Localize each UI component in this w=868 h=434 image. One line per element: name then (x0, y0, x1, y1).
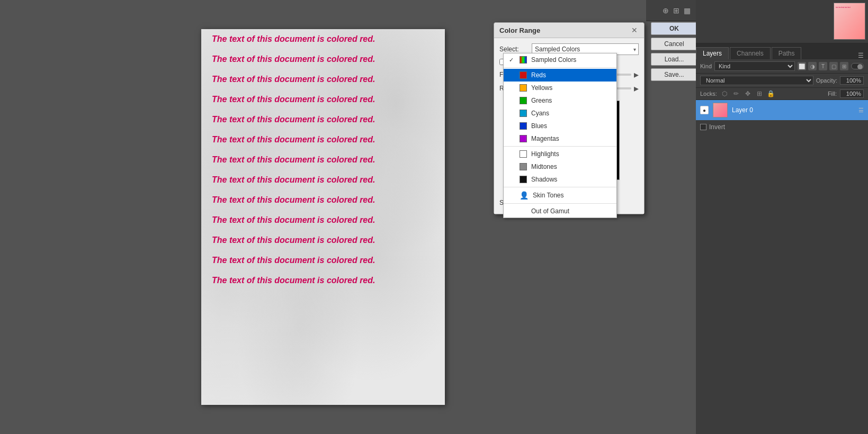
dropdown-item-label-skin-tones: Skin Tones (533, 192, 563, 199)
skin-tones-icon: 👤 (520, 191, 529, 200)
dropdown-item-label-cyans: Cyans (531, 110, 549, 117)
load-button[interactable]: Load... (651, 53, 697, 66)
tab-channels[interactable]: Channels (730, 47, 771, 59)
blend-mode-select[interactable]: Normal (700, 76, 813, 85)
dropdown-item-shadows[interactable]: Shadows (504, 173, 616, 186)
text-line-1: The text of this document is colored red… (201, 29, 445, 49)
text-line-4: The text of this document is colored red… (201, 89, 445, 110)
kind-filter-row: Kind Kind ⬜ ◑ T ▢ ⊞ (696, 59, 868, 74)
dialog-title: Color Range (499, 26, 540, 34)
layer-options-icon[interactable]: ☰ (858, 107, 864, 114)
panel-top-area: text text text text text (696, 0, 868, 43)
panel-options-icon: ☰ (858, 52, 864, 59)
save-button[interactable]: Save... (651, 68, 697, 81)
dropdown-item-yellows[interactable]: Yellows (504, 82, 616, 94)
reds-color-swatch (520, 71, 527, 79)
smart-filter-icon[interactable]: ⊞ (840, 62, 848, 70)
divider-1 (504, 67, 616, 68)
document-page: The text of this document is colored red… (201, 29, 445, 405)
fuzz-slider-right-handle[interactable]: ▸ (634, 69, 639, 80)
range-slider-right-handle[interactable]: ▸ (634, 83, 639, 94)
layers-panel: text text text text text Layers Channels… (696, 0, 868, 434)
shadows-color-swatch (520, 176, 527, 183)
yellows-color-swatch (520, 84, 527, 92)
dropdown-item-reds[interactable]: Reds (504, 69, 616, 82)
invert-label: Invert (709, 123, 725, 131)
text-line-3: The text of this document is colored red… (201, 69, 445, 89)
dropdown-item-sampled-colors[interactable]: ✓ Sampled Colors (504, 53, 616, 66)
highlights-color-swatch (520, 150, 527, 158)
dropdown-item-cyans[interactable]: Cyans (504, 107, 616, 120)
opacity-value[interactable]: 100% (840, 76, 864, 85)
divider-3 (504, 187, 616, 187)
top-icon-2[interactable]: ⊞ (673, 6, 679, 15)
text-line-13: The text of this document is colored red… (201, 270, 445, 291)
filter-toggle (851, 63, 864, 69)
invert-row: Invert (696, 120, 868, 134)
dropdown-item-highlights[interactable]: Highlights (504, 148, 616, 160)
blend-mode-row: Normal Opacity: 100% (696, 74, 868, 88)
magentas-color-swatch (520, 135, 527, 142)
document-thumbnail: text text text text text (834, 3, 865, 40)
text-line-9: The text of this document is colored red… (201, 190, 445, 210)
filter-toggle-switch[interactable] (851, 63, 864, 69)
cancel-button[interactable]: Cancel (651, 38, 697, 50)
dropdown-item-label-blues: Blues (531, 122, 547, 130)
dropdown-item-label-greens: Greens (531, 97, 552, 104)
invert-checkbox[interactable] (700, 124, 706, 130)
text-line-6: The text of this document is colored red… (201, 130, 445, 150)
lock-position-icon[interactable]: ✥ (744, 89, 752, 98)
panel-options-button[interactable]: ☰ (854, 52, 868, 59)
lock-artboard-icon[interactable]: ⊞ (755, 89, 764, 98)
dropdown-item-label-midtones: Midtones (531, 163, 557, 170)
fill-value[interactable]: 100% (840, 89, 864, 98)
locks-row: Locks: ⬡ ✏ ✥ ⊞ 🔒 Fill: 100% (696, 88, 868, 100)
text-line-11: The text of this document is colored red… (201, 230, 445, 250)
dropdown-item-midtones[interactable]: Midtones (504, 160, 616, 173)
pixel-filter-icon[interactable]: ⬜ (798, 62, 806, 70)
text-filter-icon[interactable]: T (819, 62, 827, 70)
dropdown-item-label-magentas: Magentas (531, 135, 559, 142)
eye-icon: ● (703, 107, 706, 113)
dropdown-item-label-shadows: Shadows (531, 176, 557, 183)
greens-color-swatch (520, 97, 527, 104)
text-line-8: The text of this document is colored red… (201, 170, 445, 190)
dialog-buttons: OK Cancel Load... Save... (651, 22, 697, 81)
top-icon-1[interactable]: ⊕ (663, 6, 669, 15)
filter-icons: ⬜ ◑ T ▢ ⊞ (798, 62, 848, 70)
dropdown-item-greens[interactable]: Greens (504, 94, 616, 107)
top-icon-3[interactable]: ▦ (684, 6, 691, 15)
opacity-label: Opacity: (816, 77, 837, 84)
tab-layers[interactable]: Layers (696, 47, 729, 59)
layer-item[interactable]: ● Layer 0 ☰ (696, 100, 868, 120)
kind-select[interactable]: Kind (714, 61, 795, 71)
dropdown-item-label-out-of-gamut: Out of Gamut (531, 207, 569, 215)
adjustment-filter-icon[interactable]: ◑ (808, 62, 817, 70)
dropdown-item-label-reds: Reds (531, 71, 546, 79)
lock-paint-icon[interactable]: ✏ (732, 89, 740, 98)
dropdown-item-magentas[interactable]: Magentas (504, 132, 616, 145)
checkmark-icon: ✓ (509, 57, 515, 64)
text-line-10: The text of this document is colored red… (201, 210, 445, 230)
lock-all-icon[interactable]: 🔒 (767, 89, 775, 98)
layer-thumbnail (713, 103, 728, 117)
dropdown-item-skin-tones[interactable]: 👤 Skin Tones (504, 188, 616, 202)
dropdown-item-label-yellows: Yellows (531, 84, 552, 92)
ok-button[interactable]: OK (651, 22, 697, 35)
tab-paths[interactable]: Paths (772, 47, 802, 59)
fill-label: Fill: (828, 91, 837, 97)
layer-name: Layer 0 (732, 106, 854, 114)
shape-filter-icon[interactable]: ▢ (829, 62, 838, 70)
kind-label: Kind (700, 63, 712, 69)
select-label: Select: (499, 46, 529, 53)
dropdown-item-blues[interactable]: Blues (504, 120, 616, 132)
text-line-7: The text of this document is colored red… (201, 150, 445, 170)
text-line-5: The text of this document is colored red… (201, 110, 445, 130)
lock-transparency-icon[interactable]: ⬡ (720, 89, 729, 98)
dropdown-item-label-highlights: Highlights (531, 150, 559, 158)
close-button[interactable]: ✕ (630, 26, 639, 34)
dropdown-item-out-of-gamut[interactable]: Out of Gamut (504, 205, 616, 218)
midtones-color-swatch (520, 163, 527, 170)
layer-visibility-toggle[interactable]: ● (700, 106, 709, 114)
divider-4 (504, 203, 616, 204)
